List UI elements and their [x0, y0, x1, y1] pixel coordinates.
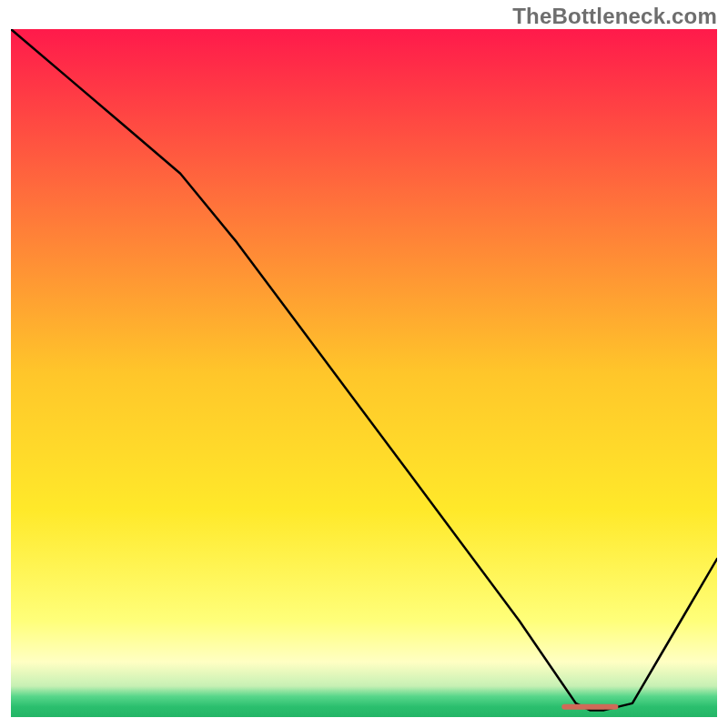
optimal-range-marker — [561, 704, 618, 710]
chart-svg — [11, 29, 717, 717]
watermark-text: TheBottleneck.com — [512, 4, 717, 29]
chart-plot-area — [11, 29, 717, 717]
chart-stage: TheBottleneck.com — [0, 0, 728, 728]
chart-background — [11, 29, 717, 717]
